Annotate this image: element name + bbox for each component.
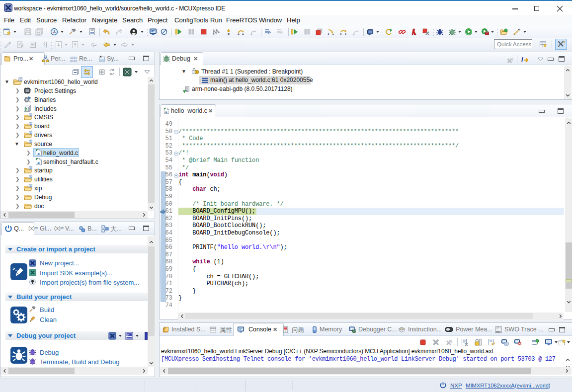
- svg-text:h: h: [25, 107, 27, 112]
- svg-text:C: C: [30, 166, 32, 169]
- svg-text:C: C: [30, 184, 32, 187]
- svg-text:C: C: [30, 140, 32, 143]
- svg-text:.c: .c: [37, 160, 40, 165]
- svg-text:1010: 1010: [70, 56, 78, 60]
- svg-text:C: C: [30, 175, 32, 178]
- svg-text:0101: 0101: [70, 60, 78, 63]
- svg-text:C: C: [30, 131, 32, 134]
- svg-text:.c: .c: [164, 110, 167, 113]
- svg-text:P▪: P▪: [127, 333, 130, 336]
- svg-text:010: 010: [90, 32, 94, 34]
- svg-text:C: C: [30, 113, 32, 116]
- svg-text:C: C: [30, 122, 32, 125]
- svg-text:.c: .c: [37, 152, 40, 156]
- svg-text:swo: swo: [495, 330, 500, 333]
- svg-text:C: C: [20, 78, 22, 81]
